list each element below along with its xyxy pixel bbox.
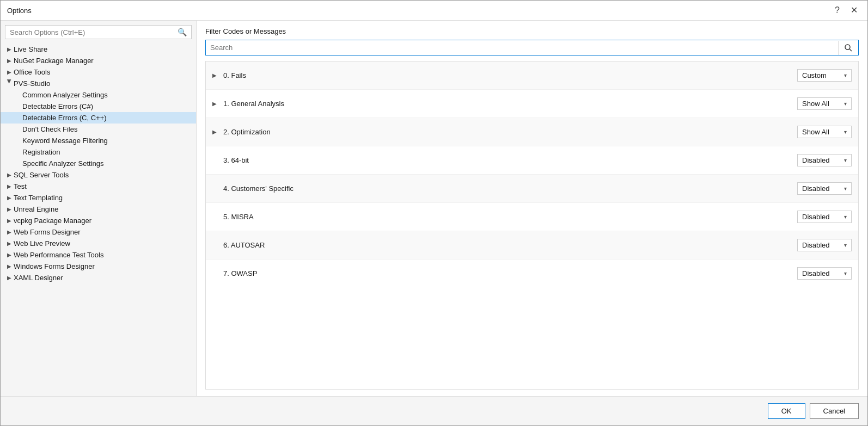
- tree-arrow-xaml-designer: ▶: [5, 275, 14, 281]
- options-search-box[interactable]: 🔍: [5, 25, 192, 39]
- tree-arrow-nuget: ▶: [5, 58, 14, 64]
- rule-dropdown-label-autosar: Disabled: [802, 241, 830, 249]
- ok-button[interactable]: OK: [768, 403, 805, 419]
- rule-dropdown-arrow-misra: ▾: [844, 214, 847, 220]
- rule-dropdown-arrow-optimization: ▾: [844, 129, 847, 135]
- tree-label-vcpkg: vcpkg Package Manager: [14, 217, 194, 225]
- help-button[interactable]: ?: [832, 5, 843, 16]
- tree-label-text-templating: Text Templating: [14, 194, 194, 202]
- tree-arrow-test: ▶: [5, 183, 14, 189]
- tree-item-pvs-studio[interactable]: ▶PVS-Studio: [1, 78, 196, 89]
- options-search-input[interactable]: [10, 28, 178, 36]
- close-button[interactable]: ✕: [847, 5, 861, 16]
- title-bar: Options ? ✕: [1, 1, 867, 21]
- options-dialog: Options ? ✕ 🔍 ▶Live Share▶NuGet Package …: [0, 0, 868, 426]
- rule-dropdown-fails[interactable]: Custom▾: [797, 69, 852, 82]
- tree-label-nuget: NuGet Package Manager: [14, 57, 194, 65]
- tree-item-web-live[interactable]: ▶Web Live Preview: [1, 238, 196, 249]
- dialog-body: 🔍 ▶Live Share▶NuGet Package Manager▶Offi…: [1, 21, 867, 396]
- rule-expand-general[interactable]: ▶: [212, 101, 223, 107]
- rule-dropdown-label-64bit: Disabled: [802, 156, 830, 164]
- title-bar-buttons: ? ✕: [832, 5, 861, 16]
- tree-child-detectable-cpp[interactable]: Detectable Errors (C, C++): [1, 112, 196, 124]
- tree-item-xaml-designer[interactable]: ▶XAML Designer: [1, 272, 196, 283]
- tree-label-xaml-designer: XAML Designer: [14, 274, 194, 282]
- tree-item-sql-server[interactable]: ▶SQL Server Tools: [1, 169, 196, 181]
- tree-item-windows-forms[interactable]: ▶Windows Forms Designer: [1, 261, 196, 272]
- tree-item-office-tools[interactable]: ▶Office Tools: [1, 66, 196, 78]
- rule-dropdown-misra[interactable]: Disabled▾: [797, 211, 852, 223]
- rules-list: ▶0. FailsCustom▾▶1. General AnalysisShow…: [205, 61, 859, 390]
- rule-row-fails: ▶0. FailsCustom▾: [206, 61, 858, 90]
- tree-label-windows-forms: Windows Forms Designer: [14, 262, 194, 270]
- tree-arrow-office-tools: ▶: [5, 69, 14, 75]
- tree-label-web-live: Web Live Preview: [14, 239, 194, 248]
- tree-arrow-pvs-studio: ▶: [7, 79, 13, 88]
- rule-dropdown-autosar[interactable]: Disabled▾: [797, 239, 852, 251]
- rule-row-misra: 5. MISRADisabled▾: [206, 203, 858, 231]
- rule-dropdown-customers[interactable]: Disabled▾: [797, 182, 852, 195]
- rule-dropdown-label-customers: Disabled: [802, 184, 830, 193]
- rule-dropdown-label-owasp: Disabled: [802, 269, 830, 277]
- tree-container: ▶Live Share▶NuGet Package Manager▶Office…: [1, 44, 196, 396]
- tree-child-common-analyzer[interactable]: Common Analyzer Settings: [1, 89, 196, 101]
- rule-name-autosar: 6. AUTOSAR: [223, 241, 797, 249]
- tree-label-office-tools: Office Tools: [14, 68, 194, 76]
- rule-dropdown-label-general: Show All: [802, 100, 829, 108]
- rule-dropdown-general[interactable]: Show All▾: [797, 97, 852, 110]
- tree-item-nuget[interactable]: ▶NuGet Package Manager: [1, 55, 196, 66]
- rule-name-optimization: 2. Optimization: [223, 128, 797, 136]
- rule-dropdown-owasp[interactable]: Disabled▾: [797, 267, 852, 280]
- tree-item-vcpkg[interactable]: ▶vcpkg Package Manager: [1, 215, 196, 226]
- right-panel: Filter Codes or Messages ▶0. FailsCustom…: [197, 21, 867, 396]
- tree-child-specific-analyzer[interactable]: Specific Analyzer Settings: [1, 158, 196, 169]
- tree-arrow-web-perf: ▶: [5, 252, 14, 258]
- rule-dropdown-label-misra: Disabled: [802, 213, 830, 221]
- dialog-title: Options: [7, 7, 32, 15]
- tree-label-web-perf: Web Performance Test Tools: [14, 251, 194, 259]
- tree-label-sql-server: SQL Server Tools: [14, 171, 194, 179]
- tree-arrow-sql-server: ▶: [5, 172, 14, 178]
- tree-child-dont-check[interactable]: Don't Check Files: [1, 124, 196, 135]
- tree-item-live-share[interactable]: ▶Live Share: [1, 44, 196, 55]
- section-title: Filter Codes or Messages: [205, 27, 859, 35]
- rule-name-general: 1. General Analysis: [223, 100, 797, 108]
- rule-expand-fails[interactable]: ▶: [212, 72, 223, 78]
- svg-point-0: [845, 45, 850, 50]
- rule-expand-optimization[interactable]: ▶: [212, 129, 223, 135]
- rule-dropdown-arrow-autosar: ▾: [844, 242, 847, 248]
- tree-arrow-web-forms: ▶: [5, 229, 14, 235]
- rule-dropdown-label-fails: Custom: [802, 71, 827, 79]
- tree-child-detectable-csharp[interactable]: Detectable Errors (C#): [1, 101, 196, 112]
- tree-item-web-forms[interactable]: ▶Web Forms Designer: [1, 226, 196, 238]
- rule-dropdown-arrow-customers: ▾: [844, 186, 847, 192]
- dialog-footer: OK Cancel: [1, 396, 867, 425]
- filter-search-row[interactable]: [205, 40, 859, 55]
- tree-item-unreal-engine[interactable]: ▶Unreal Engine: [1, 203, 196, 215]
- rule-dropdown-64bit[interactable]: Disabled▾: [797, 154, 852, 166]
- tree-arrow-vcpkg: ▶: [5, 218, 14, 224]
- tree-arrow-web-live: ▶: [5, 240, 14, 246]
- rule-name-customers: 4. Customers' Specific: [223, 184, 797, 193]
- tree-arrow-windows-forms: ▶: [5, 263, 14, 269]
- rule-dropdown-arrow-owasp: ▾: [844, 270, 847, 276]
- tree-item-test[interactable]: ▶Test: [1, 181, 196, 192]
- rule-dropdown-optimization[interactable]: Show All▾: [797, 126, 852, 138]
- filter-search-input[interactable]: [206, 40, 838, 55]
- rule-row-owasp: 7. OWASPDisabled▾: [206, 260, 858, 287]
- tree-label-live-share: Live Share: [14, 45, 194, 53]
- tree-child-keyword-filter[interactable]: Keyword Message Filtering: [1, 135, 196, 146]
- tree-item-text-templating[interactable]: ▶Text Templating: [1, 192, 196, 203]
- left-panel: 🔍 ▶Live Share▶NuGet Package Manager▶Offi…: [1, 21, 197, 396]
- tree-child-registration[interactable]: Registration: [1, 146, 196, 158]
- rule-row-autosar: 6. AUTOSARDisabled▾: [206, 231, 858, 260]
- filter-search-button[interactable]: [838, 41, 858, 55]
- tree-label-unreal-engine: Unreal Engine: [14, 205, 194, 213]
- tree-label-test: Test: [14, 182, 194, 190]
- rule-name-64bit: 3. 64-bit: [223, 156, 797, 164]
- rule-name-misra: 5. MISRA: [223, 213, 797, 221]
- tree-item-web-perf[interactable]: ▶Web Performance Test Tools: [1, 249, 196, 261]
- rule-row-general: ▶1. General AnalysisShow All▾: [206, 90, 858, 118]
- cancel-button[interactable]: Cancel: [810, 403, 859, 419]
- rule-name-owasp: 7. OWASP: [223, 269, 797, 277]
